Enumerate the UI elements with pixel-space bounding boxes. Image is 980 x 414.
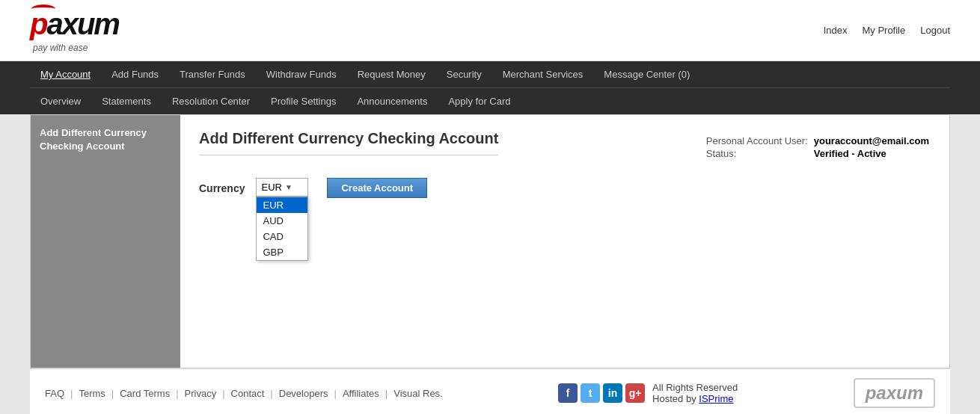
footer-paxum-logo: paxum	[854, 378, 935, 408]
footer-terms[interactable]: Terms	[79, 388, 105, 399]
nav-security[interactable]: Security	[436, 61, 492, 87]
footer-left: FAQ | Terms | Card Terms | Privacy | Con…	[45, 388, 443, 399]
footer-affiliates[interactable]: Affiliates	[343, 388, 379, 399]
logo-area: paxum pay with ease	[30, 7, 119, 53]
top-nav-links: Index My Profile Logout	[824, 25, 950, 36]
nav-my-account[interactable]: My Account	[30, 61, 101, 87]
hosted-by: Hosted by ISPrime	[652, 393, 738, 404]
nav-transfer-funds[interactable]: Transfer Funds	[169, 61, 256, 87]
nav-add-funds[interactable]: Add Funds	[101, 61, 169, 87]
nav-row2: Overview Statements Resolution Center Pr…	[30, 88, 950, 114]
index-link[interactable]: Index	[824, 25, 848, 36]
status-label: Status:	[706, 148, 812, 159]
footer-rights: All Rights Reserved Hosted by ISPrime	[652, 382, 738, 404]
user-label: Personal Account User:	[706, 135, 812, 146]
nav-resolution-center[interactable]: Resolution Center	[162, 88, 260, 114]
nav-statements[interactable]: Statements	[91, 88, 162, 114]
sidebar: Add Different Currency Checking Account	[31, 115, 180, 368]
currency-select-btn[interactable]: EUR ▼	[256, 178, 308, 197]
currency-option-cad[interactable]: CAD	[257, 229, 307, 244]
footer-contact[interactable]: Contact	[231, 388, 265, 399]
logo: paxum	[30, 7, 119, 41]
currency-dropdown-list: EUR AUD CAD GBP	[256, 197, 308, 261]
my-profile-link[interactable]: My Profile	[862, 25, 905, 36]
nav-row1: My Account Add Funds Transfer Funds With…	[30, 61, 950, 88]
googleplus-icon[interactable]: g+	[625, 383, 645, 403]
social-icons: f t in g+	[558, 383, 645, 403]
nav-withdraw-funds[interactable]: Withdraw Funds	[256, 61, 347, 87]
nav-overview[interactable]: Overview	[30, 88, 91, 114]
facebook-icon[interactable]: f	[558, 383, 578, 403]
create-account-button[interactable]: Create Account	[327, 178, 427, 198]
footer-links: FAQ | Terms | Card Terms | Privacy | Con…	[30, 368, 950, 414]
account-info: Personal Account User: youraccount@email…	[705, 134, 931, 161]
top-header: paxum pay with ease Index My Profile Log…	[0, 0, 980, 61]
nav-profile-settings[interactable]: Profile Settings	[260, 88, 346, 114]
main-nav: My Account Add Funds Transfer Funds With…	[0, 61, 980, 114]
content-wrapper: Add Different Currency Checking Account …	[30, 114, 950, 368]
logout-link[interactable]: Logout	[920, 25, 950, 36]
user-value: youraccount@email.com	[814, 135, 929, 146]
all-rights-reserved: All Rights Reserved	[652, 382, 738, 393]
twitter-icon[interactable]: t	[581, 383, 600, 403]
nav-merchant-services[interactable]: Merchant Services	[492, 61, 594, 87]
page-title: Add Different Currency Checking Account	[199, 130, 498, 155]
footer-faq[interactable]: FAQ	[45, 388, 64, 399]
nav-request-money[interactable]: Request Money	[347, 61, 436, 87]
footer-right: paxum	[854, 378, 935, 408]
currency-option-gbp[interactable]: GBP	[257, 244, 307, 260]
isprime-link[interactable]: ISPrime	[699, 393, 733, 404]
footer-visual-res[interactable]: Visual Res.	[393, 388, 443, 399]
form-area: Currency EUR ▼ EUR AUD CAD GBP Create Ac…	[199, 178, 931, 198]
nav-announcements[interactable]: Announcements	[346, 88, 438, 114]
status-value: Verified - Active	[814, 148, 929, 159]
footer-center: f t in g+ All Rights Reserved Hosted by …	[558, 382, 738, 404]
currency-dropdown-wrapper: EUR ▼ EUR AUD CAD GBP	[256, 178, 308, 197]
currency-selected-value: EUR	[261, 182, 281, 193]
nav-apply-for-card[interactable]: Apply for Card	[438, 88, 521, 114]
main-content: Add Different Currency Checking Account …	[180, 115, 949, 368]
nav-message-center[interactable]: Message Center (0)	[593, 61, 700, 87]
footer-developers[interactable]: Developers	[279, 388, 328, 399]
footer-card-terms[interactable]: Card Terms	[120, 388, 170, 399]
footer-privacy[interactable]: Privacy	[185, 388, 217, 399]
currency-option-aud[interactable]: AUD	[257, 213, 307, 229]
currency-label: Currency	[199, 178, 245, 194]
logo-tagline: pay with ease	[33, 43, 88, 53]
currency-option-eur[interactable]: EUR	[257, 197, 307, 213]
dropdown-arrow-icon: ▼	[285, 183, 293, 191]
linkedin-icon[interactable]: in	[603, 383, 622, 403]
sidebar-item-add-currency: Add Different Currency Checking Account	[40, 126, 171, 153]
